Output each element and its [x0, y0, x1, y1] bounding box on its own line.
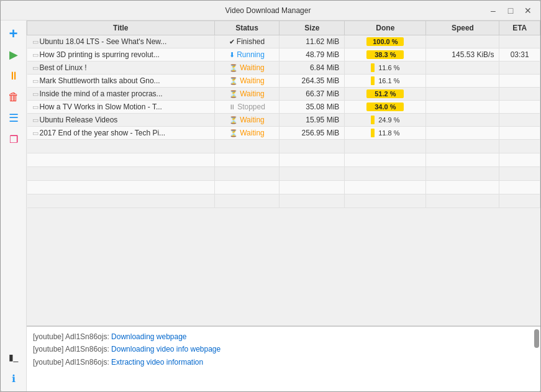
log-prefix: [youtube] Adl1Sn86ojs: — [33, 358, 111, 367]
cell-size: 264.35 MiB — [280, 75, 345, 88]
status-text: Finished — [237, 37, 265, 46]
status-icon: ⏳ — [229, 64, 238, 71]
table-row[interactable]: ▭Ubuntu 18.04 LTS - See What's New...✔Fi… — [27, 35, 540, 48]
cell-eta — [499, 62, 540, 75]
progress-label: 11.6 % — [378, 64, 399, 71]
list-button[interactable]: ☰ — [4, 109, 23, 127]
cell-eta — [499, 101, 540, 114]
table-row[interactable]: ▭2017 End of the year show - Tech Pi...⏳… — [27, 127, 540, 140]
status-icon: ⏸ — [229, 103, 235, 111]
status-text: Waiting — [240, 63, 265, 72]
progress-cell: 24.9 % — [350, 116, 421, 124]
log-scrollbar[interactable] — [534, 329, 539, 348]
progress-mini-bar — [371, 116, 375, 124]
info-button[interactable]: ℹ — [4, 369, 23, 388]
cell-done: 11.8 % — [345, 127, 426, 140]
terminal-button[interactable]: ▮_ — [4, 348, 23, 367]
cell-size: 256.95 MiB — [280, 127, 345, 140]
log-prefix: [youtube] Adl1Sn86ojs: — [33, 345, 111, 353]
download-table: Title Status Size Done Speed ETA ▭Ubuntu… — [27, 21, 540, 208]
table-row[interactable]: ▭Mark Shuttleworth talks about Gno...⏳Wa… — [27, 75, 540, 88]
cell-status: ⏳Waiting — [214, 127, 280, 140]
col-header-title: Title — [27, 21, 215, 35]
cell-speed — [426, 114, 499, 127]
add-button[interactable]: + — [4, 24, 23, 43]
table-row[interactable]: ▭Best of Linux !⏳Waiting6.84 MiB11.6 % — [27, 62, 540, 75]
title-bar: Video Download Manager – □ ✕ — [1, 1, 540, 21]
table-row-empty — [27, 153, 540, 167]
status-text: Running — [237, 50, 265, 59]
window-title: Video Download Manager — [50, 6, 486, 15]
download-table-container[interactable]: Title Status Size Done Speed ETA ▭Ubuntu… — [27, 21, 540, 326]
col-header-speed: Speed — [426, 21, 499, 35]
log-line: [youtube] Adl1Sn86ojs: Downloading webpa… — [33, 330, 534, 343]
cell-eta — [499, 114, 540, 127]
cell-title: ▭How a TV Works in Slow Motion - T... — [27, 101, 215, 114]
status-text: Waiting — [240, 129, 265, 137]
table-row[interactable]: ▭How a TV Works in Slow Motion - T...⏸St… — [27, 101, 540, 114]
delete-button[interactable]: 🗑 — [4, 88, 23, 106]
progress-label: 16.1 % — [378, 77, 399, 84]
minimize-button[interactable]: – — [486, 3, 501, 18]
cell-title: ▭Ubuntu 18.04 LTS - See What's New... — [27, 35, 215, 48]
progress-bar: 100.0 % — [366, 37, 404, 46]
maximize-button[interactable]: □ — [503, 3, 518, 18]
row-icon: ▭ — [32, 38, 40, 45]
cell-size: 35.08 MiB — [280, 101, 345, 114]
table-row[interactable]: ▭Ubuntu Release Videos⏳Waiting15.95 MiB2… — [27, 114, 540, 127]
progress-cell: 11.8 % — [350, 129, 421, 137]
row-icon: ▭ — [32, 64, 40, 71]
cell-title: ▭Mark Shuttleworth talks about Gno... — [27, 75, 215, 88]
table-row[interactable]: ▭How 3D printing is spurring revolut...⬇… — [27, 48, 540, 62]
cell-eta — [499, 35, 540, 48]
cell-eta — [499, 127, 540, 140]
progress-cell: 16.1 % — [350, 76, 421, 85]
col-header-status: Status — [214, 21, 280, 35]
status-text: Waiting — [240, 89, 265, 98]
cell-title: ▭Inside the mind of a master procras... — [27, 88, 215, 101]
status-text: Waiting — [240, 76, 265, 85]
log-text: Downloading video info webpage — [111, 345, 220, 353]
cell-speed — [426, 75, 499, 88]
cell-done: 34.0 % — [345, 101, 426, 114]
status-icon: ⏳ — [229, 90, 238, 98]
status-icon: ✔ — [229, 38, 235, 45]
log-text: Downloading webpage — [111, 332, 186, 341]
progress-cell: 34.0 % — [350, 103, 421, 111]
close-button[interactable]: ✕ — [521, 3, 535, 18]
row-icon: ▭ — [32, 51, 40, 58]
content-area: Title Status Size Done Speed ETA ▭Ubuntu… — [27, 21, 540, 391]
cell-status: ⏳Waiting — [214, 62, 280, 75]
progress-cell: 100.0 % — [350, 37, 421, 46]
cell-done: 38.3 % — [345, 48, 426, 62]
progress-mini-bar — [371, 129, 375, 137]
log-prefix: [youtube] Adl1Sn86ojs: — [33, 332, 111, 341]
table-row[interactable]: ▭Inside the mind of a master procras...⏳… — [27, 88, 540, 101]
progress-bar: 51.2 % — [366, 89, 404, 98]
table-row-empty — [27, 194, 540, 208]
progress-cell: 51.2 % — [350, 89, 421, 98]
copy-button[interactable]: ❐ — [4, 130, 23, 148]
cell-done: 51.2 % — [345, 88, 426, 101]
pause-button[interactable]: ⏸ — [4, 66, 23, 85]
main-window: Video Download Manager – □ ✕ + ▶ ⏸ 🗑 ☰ ❐… — [0, 0, 541, 392]
status-icon: ⏳ — [229, 77, 238, 84]
cell-size: 11.62 MiB — [280, 35, 345, 48]
cell-size: 6.84 MiB — [280, 62, 345, 75]
cell-title: ▭Best of Linux ! — [27, 62, 215, 75]
window-controls: – □ ✕ — [486, 3, 535, 18]
cell-title: ▭How 3D printing is spurring revolut... — [27, 48, 215, 62]
cell-done: 11.6 % — [345, 62, 426, 75]
play-button[interactable]: ▶ — [4, 45, 23, 64]
log-area: [youtube] Adl1Sn86ojs: Downloading webpa… — [27, 326, 540, 391]
cell-speed — [426, 35, 499, 48]
row-icon: ▭ — [32, 116, 40, 124]
sidebar: + ▶ ⏸ 🗑 ☰ ❐ ▮_ ℹ — [1, 21, 27, 391]
cell-size: 48.79 MiB — [280, 48, 345, 62]
cell-speed — [426, 127, 499, 140]
progress-bar: 34.0 % — [366, 103, 404, 111]
cell-done: 24.9 % — [345, 114, 426, 127]
table-row-empty — [27, 140, 540, 153]
status-icon: ⏳ — [229, 129, 238, 137]
cell-status: ⬇Running — [214, 48, 280, 62]
